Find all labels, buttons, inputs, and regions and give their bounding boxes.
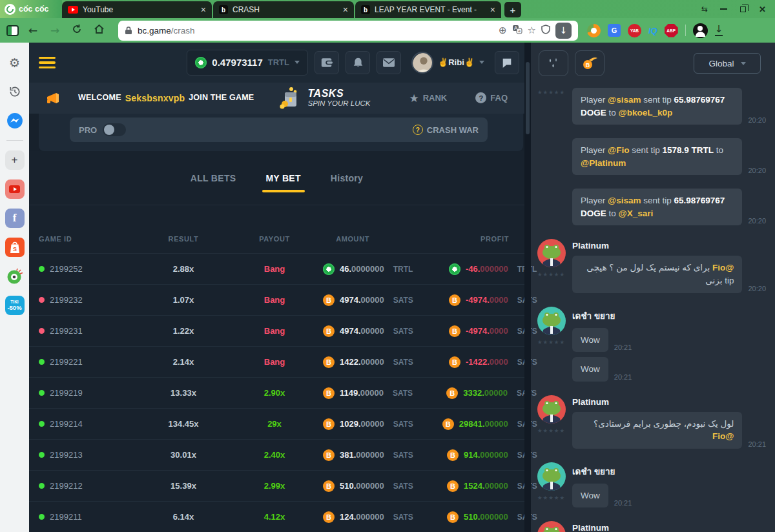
tab-close-icon[interactable]: × (490, 5, 495, 14)
facebook-shortcut-icon[interactable]: f (5, 209, 25, 228)
close-window-button[interactable]: ✕ (759, 5, 766, 14)
address-bar[interactable]: bc.game/crash ⊕ Aa ☆ ↓ (118, 21, 578, 41)
translate-page-icon[interactable]: Aa (512, 25, 522, 37)
iq-extension-icon[interactable]: IQ (648, 26, 657, 36)
chat-author[interactable]: Platinum (572, 523, 766, 532)
payout-value: Bang (226, 357, 323, 367)
youtube-shortcut-icon[interactable] (5, 179, 25, 199)
mention[interactable]: @Fio (608, 145, 629, 155)
amount-value: 124. (340, 512, 356, 522)
table-row: 2199231 1.22x Bang 4974.00000 SATS -4974… (29, 315, 524, 346)
game-id[interactable]: 2199212 (50, 481, 83, 491)
mention[interactable]: @Platinum (581, 158, 626, 168)
chat-author[interactable]: Platinum (572, 397, 766, 407)
bets-tab-history[interactable]: History (331, 173, 363, 183)
table-row: 2199232 1.07x Bang 4974.00000 SATS -4974… (29, 284, 524, 315)
url-text[interactable]: bc.game/crash (138, 26, 493, 36)
game-id[interactable]: 2199213 (50, 450, 83, 460)
messenger-icon[interactable] (5, 111, 25, 130)
user-menu[interactable]: ✌Ribi✌ (411, 52, 484, 74)
yab-extension-icon[interactable]: YAB (628, 24, 641, 37)
extension-icon-1[interactable] (587, 24, 601, 37)
pro-toggle[interactable] (103, 123, 126, 136)
timestamp: 20:20 (748, 116, 766, 125)
mention[interactable]: @sisam (608, 95, 641, 105)
rain-drops-icon (546, 57, 561, 70)
tab-close-icon[interactable]: × (201, 5, 206, 14)
back-button[interactable]: ← (25, 24, 41, 37)
payout-value: 4.12x (226, 512, 323, 522)
game-id[interactable]: 2199231 (50, 326, 83, 336)
sidebar-toggle-icon[interactable] (6, 25, 19, 36)
coin-rain-button[interactable] (539, 50, 568, 76)
bets-tab-all-bets[interactable]: ALL BETS (191, 173, 236, 183)
notifications-button[interactable] (346, 51, 370, 74)
timestamp: 20:21 (614, 373, 632, 382)
avatar[interactable] (537, 521, 566, 532)
history-icon[interactable] (5, 82, 25, 101)
game-id[interactable]: 2199252 (50, 264, 83, 274)
forward-button[interactable]: → (47, 24, 63, 37)
browser-window: cốc cốc YouTube × b CRASH × b LEAP YEAR … (0, 0, 775, 532)
add-shortcut-button[interactable]: + (5, 150, 25, 170)
new-tab-button[interactable]: + (504, 2, 521, 17)
amount-value: 1149. (340, 388, 360, 398)
adblock-extension-icon[interactable]: ABP (665, 24, 678, 37)
result-value: 2.14x (141, 357, 226, 367)
bets-tab-my-bet[interactable]: MY BET (265, 173, 300, 183)
balance-selector[interactable]: 0.47973117 TRTL (187, 50, 308, 76)
download-page-button[interactable]: ↓ (555, 23, 572, 39)
menu-hamburger-button[interactable] (39, 57, 56, 69)
home-button[interactable] (91, 24, 107, 37)
arrange-windows-icon[interactable]: ⇆ (701, 5, 707, 14)
scrollbar-thumb[interactable] (526, 62, 530, 134)
chat-language-selector[interactable]: Global (694, 53, 761, 74)
settings-gear-icon[interactable]: ⚙ (5, 53, 25, 72)
game-id[interactable]: 2199214 (50, 419, 83, 429)
tab-leap-year-event[interactable]: b LEAP YEAR EVENT - Event - × (355, 1, 501, 18)
mention[interactable]: @sisam (608, 196, 641, 205)
bookmark-star-icon[interactable]: ☆ (528, 25, 536, 36)
chat-toggle-button[interactable] (495, 51, 519, 74)
translate-extension-icon[interactable]: G (608, 24, 621, 37)
mention[interactable]: @bkoeL_k0p (619, 108, 673, 118)
downloads-tray-icon[interactable]: ↓ (715, 25, 723, 36)
mention[interactable]: @X_sari (619, 209, 654, 218)
fireball-button[interactable]: B (575, 50, 604, 76)
coccoc-shortcut-icon[interactable] (5, 267, 25, 286)
game-id[interactable]: 2199232 (50, 295, 83, 305)
faq-link[interactable]: ? FAQ (475, 92, 508, 103)
maximize-button[interactable] (740, 6, 746, 12)
game-id[interactable]: 2199219 (50, 388, 83, 398)
tab-crash[interactable]: b CRASH × (213, 1, 354, 18)
tasks-link[interactable]: TASKS SPIN YOUR LUCK (277, 86, 371, 110)
tab-close-icon[interactable]: × (343, 5, 348, 14)
chat-header: B Global (531, 43, 775, 84)
tiki-shortcut-icon[interactable]: TIKI -50% (5, 296, 25, 315)
reload-button[interactable] (69, 24, 85, 37)
mention[interactable]: @Fio (712, 431, 734, 441)
crash-war-link[interactable]: ? CRASH WAR (413, 125, 479, 135)
game-id[interactable]: 2199211 (50, 512, 82, 522)
tab-youtube[interactable]: YouTube × (62, 1, 212, 18)
messages-button[interactable] (377, 51, 401, 74)
page-scrollbar[interactable] (524, 43, 531, 532)
minimize-button[interactable] (720, 8, 727, 10)
chat-author[interactable]: Platinum (572, 241, 766, 251)
browser-profile-icon[interactable] (693, 23, 708, 38)
coccoc-logo[interactable]: cốc cốc (0, 0, 62, 18)
chat-author[interactable]: เดชำ ขยาย (572, 464, 766, 478)
timestamp: 20:21 (748, 440, 766, 449)
rank-link[interactable]: ★ RANK (409, 92, 447, 105)
chat-author[interactable]: เดชำ ขยาย (572, 309, 766, 323)
shield-icon[interactable] (541, 25, 550, 37)
shopee-shortcut-icon[interactable]: S (5, 238, 25, 257)
wallet-button[interactable] (315, 51, 339, 74)
question-icon: ? (475, 92, 486, 103)
bets-section: ALL BETSMY BETHistory GAME IDRESULTPAYOU… (29, 151, 524, 532)
announcement-banner: WELCOME Seksbsnxvpb JOIN THE GAME TASKS (29, 83, 524, 114)
zoom-page-icon[interactable]: ⊕ (499, 25, 507, 36)
mention[interactable]: @Fio (712, 263, 734, 272)
chat-bubble: Wow (572, 357, 608, 382)
game-id[interactable]: 2199221 (50, 357, 83, 367)
